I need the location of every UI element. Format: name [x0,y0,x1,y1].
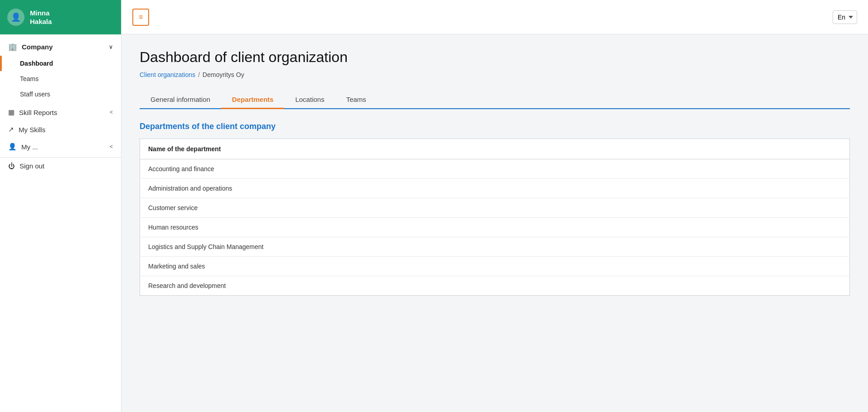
table-row: Research and development [140,276,850,296]
tab-departments[interactable]: Departments [221,91,285,109]
my-label: My ... [21,143,38,151]
sidebar-header: 👤 MinnaHakala [0,0,121,34]
sidebar-item-skill-reports[interactable]: ▦ Skill Reports < [0,104,121,121]
topbar: ≡ En Fi [121,0,868,34]
skill-reports-chevron: < [110,109,113,115]
breadcrumb-current: Demoyritys Oy [203,71,244,78]
table-row: Administration and operations [140,179,850,198]
table-row: Human resources [140,218,850,237]
my-skills-icon: ↗ [8,125,14,134]
tabs-bar: General information Departments Location… [140,91,850,109]
sidebar-item-sign-out[interactable]: ⏻ Sign out [0,157,121,174]
tab-general-information[interactable]: General information [140,91,221,109]
menu-toggle-button[interactable]: ≡ [132,9,149,26]
nav-section-company: 🏢 Company ∨ Dashboard Teams Staff users [0,38,121,102]
tab-locations[interactable]: Locations [284,91,335,109]
department-name: Logistics and Supply Chain Management [140,237,850,257]
tab-teams[interactable]: Teams [335,91,377,109]
sign-out-label: Sign out [19,162,44,170]
skill-reports-icon: ▦ [8,108,15,116]
departments-table: Name of the department Accounting and fi… [140,139,850,296]
my-chevron: < [110,144,113,150]
page-body: Dashboard of client organization Client … [121,34,868,412]
sidebar: 👤 MinnaHakala 🏢 Company ∨ Dashboard Team… [0,0,121,412]
departments-section-title: Departments of the client company [140,122,850,131]
company-chevron: ∨ [109,44,113,50]
table-row: Logistics and Supply Chain Management [140,237,850,257]
breadcrumb-separator: / [198,71,200,78]
department-name: Administration and operations [140,179,850,198]
sidebar-item-my-skills[interactable]: ↗ My Skills [0,121,121,138]
sidebar-item-my[interactable]: 👤 My ... < [0,138,121,155]
company-label: Company [22,43,53,51]
department-name: Customer service [140,198,850,218]
main-content: ≡ En Fi Dashboard of client organization… [121,0,868,412]
my-icon: 👤 [8,143,17,151]
sidebar-nav: 🏢 Company ∨ Dashboard Teams Staff users … [0,34,121,412]
skill-reports-label: Skill Reports [19,109,57,116]
company-icon: 🏢 [8,43,17,51]
sidebar-item-staff-users[interactable]: Staff users [0,86,121,102]
breadcrumb-link-client-organizations[interactable]: Client organizations [140,71,195,78]
breadcrumb: Client organizations / Demoyritys Oy [140,71,850,78]
table-row: Marketing and sales [140,257,850,276]
avatar-icon: 👤 [11,12,21,22]
company-section-toggle[interactable]: 🏢 Company ∨ [0,38,121,56]
sign-out-icon: ⏻ [8,162,15,170]
department-name: Marketing and sales [140,257,850,276]
my-skills-label: My Skills [19,126,45,134]
user-name: MinnaHakala [30,9,52,26]
departments-section: Departments of the client company Name o… [140,122,850,296]
table-row: Customer service [140,198,850,218]
departments-table-header: Name of the department [140,139,850,159]
department-name: Human resources [140,218,850,237]
sidebar-item-teams[interactable]: Teams [0,71,121,86]
language-select[interactable]: En Fi [833,10,857,24]
avatar: 👤 [7,9,24,26]
page-title: Dashboard of client organization [140,49,850,66]
department-name: Accounting and finance [140,159,850,179]
sidebar-item-dashboard[interactable]: Dashboard [0,56,121,71]
hamburger-icon: ≡ [139,13,143,21]
department-name: Research and development [140,276,850,296]
table-row: Accounting and finance [140,159,850,179]
